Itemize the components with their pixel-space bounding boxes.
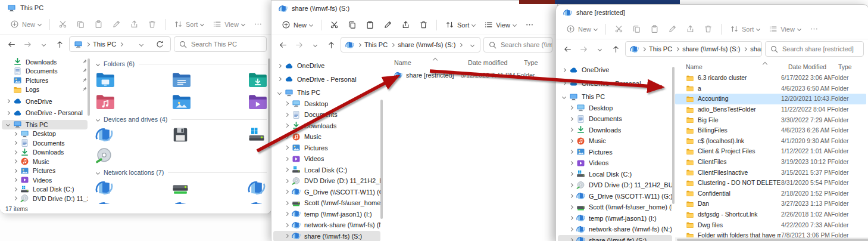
breadcrumb[interactable]: This PCshare (\\mwf-fs) (S:)share [restr… xyxy=(625,41,762,57)
sort-button[interactable]: Sort xyxy=(441,18,479,32)
file-row[interactable]: BillingFiles4/6/2023 6:26 AMFolder xyxy=(675,125,866,136)
cut-button[interactable] xyxy=(610,22,627,36)
drive-tile[interactable] xyxy=(248,200,271,204)
breadcrumb[interactable]: This PC xyxy=(69,36,171,52)
tree-item[interactable]: DVD Drive (D:) 11_21H2_BUSINESS_VOL_x64F… xyxy=(2,194,88,203)
tree-item[interactable]: Scott (\\mwf-fs\user_home) (H:) xyxy=(558,202,672,213)
drive-tile[interactable] xyxy=(171,179,248,197)
delete-button[interactable] xyxy=(143,17,161,31)
tree-item[interactable]: Videos xyxy=(2,175,88,185)
file-row[interactable]: adio_BensTestFolder11/22/2022 8:04 PMFol… xyxy=(675,104,866,115)
window-titlebar[interactable]: This PC xyxy=(0,0,271,14)
folder-tile[interactable] xyxy=(171,92,248,112)
tree-item-quick[interactable]: Documents xyxy=(2,67,88,76)
back-button[interactable] xyxy=(276,38,289,51)
content-scrollbar[interactable] xyxy=(268,58,270,148)
tree-item-quick[interactable]: Logs xyxy=(2,85,88,95)
folder-tile[interactable] xyxy=(95,92,171,112)
see-more-button[interactable] xyxy=(805,22,823,36)
address-dropdown-button[interactable] xyxy=(466,38,479,51)
drive-tile[interactable] xyxy=(248,179,271,197)
drive-tile[interactable] xyxy=(95,200,171,204)
tree-item[interactable]: Desktop xyxy=(558,103,672,114)
tree-item[interactable]: network-share (\\mwf-fs) (N:) xyxy=(558,224,672,235)
tree-item[interactable]: OneDrive xyxy=(558,64,672,76)
tree-item[interactable]: Videos xyxy=(558,157,672,169)
tree-item[interactable]: OneDrive - Personal xyxy=(558,78,672,89)
tree-item[interactable]: temp (\\mwf-jason1) (I:) xyxy=(273,209,380,220)
share-button[interactable] xyxy=(682,22,699,36)
folder-tile[interactable] xyxy=(95,70,171,89)
column-header-name[interactable]: Name xyxy=(686,64,788,70)
tree-item[interactable]: G_Drive (\\SCOTT-W11) (G:) xyxy=(2,203,88,205)
tree-item[interactable]: Local Disk (C:) xyxy=(273,165,380,176)
sidebar-scrollbar[interactable] xyxy=(380,100,383,219)
recent-locations-button[interactable] xyxy=(308,38,321,51)
tree-item[interactable]: Documents xyxy=(273,109,380,120)
recent-locations-button[interactable] xyxy=(37,38,50,51)
breadcrumb-item[interactable]: share [restricted] xyxy=(750,45,762,52)
drive-tile[interactable] xyxy=(95,147,171,165)
tree-item[interactable]: DVD Drive (D:) 11_21H2_BUSINESS_VOL_x64F… xyxy=(273,175,380,187)
delete-button[interactable] xyxy=(700,22,717,36)
tree-item[interactable]: G_Drive (\\SCOTT-W11) (G:) xyxy=(273,187,380,198)
tree-item[interactable]: G_Drive (\\SCOTT-W11) (G:) xyxy=(558,191,672,202)
tree-item[interactable]: Desktop xyxy=(2,129,88,139)
drive-tile[interactable] xyxy=(95,126,171,144)
drive-tile[interactable] xyxy=(95,179,171,197)
up-button[interactable] xyxy=(609,42,622,55)
tree-item[interactable]: Pictures xyxy=(2,166,88,176)
tree-item[interactable]: Downloads xyxy=(273,120,380,132)
view-button[interactable]: View xyxy=(764,22,805,36)
view-button[interactable]: View xyxy=(208,17,249,31)
column-header-date[interactable]: Date Modified xyxy=(788,64,838,70)
folder-tile[interactable] xyxy=(171,70,248,89)
forward-button[interactable] xyxy=(292,38,305,51)
file-row[interactable]: c$ (localhost).lnk4/1/2020 9:30 AMFolder xyxy=(675,136,866,147)
horizontal-scrollbar-thumb[interactable] xyxy=(677,239,868,241)
tree-item[interactable]: OneDrive - Personal xyxy=(2,109,88,118)
file-row[interactable]: share [restricted]5/12/2023 7:41 PMFolde… xyxy=(383,69,555,82)
forward-button[interactable] xyxy=(21,38,34,51)
share-button[interactable] xyxy=(126,17,143,31)
copy-button[interactable] xyxy=(344,18,361,32)
sort-button[interactable]: Sort xyxy=(170,17,208,31)
breadcrumb-item[interactable]: share (\\mwf-fs) (S:) xyxy=(398,41,455,48)
paste-button[interactable] xyxy=(361,18,379,32)
paste-button[interactable] xyxy=(90,17,107,31)
share-button[interactable] xyxy=(397,18,414,32)
group-header[interactable]: Network locations (7) xyxy=(96,169,267,176)
cut-button[interactable] xyxy=(326,18,343,32)
tree-item[interactable]: network-share (\\mwf-fs) (N:) xyxy=(273,220,380,231)
file-row[interactable]: Dwg files4/22/2020 7:33 AMFolder xyxy=(675,220,866,230)
drive-tile[interactable] xyxy=(171,200,248,204)
window-titlebar[interactable]: share (\\mwf-fs) (S:) xyxy=(271,1,557,15)
file-row[interactable]: a4/6/2023 6:50 AMFolder xyxy=(675,84,866,94)
see-more-button[interactable] xyxy=(249,17,267,31)
window-titlebar[interactable]: share [restricted] xyxy=(556,5,868,19)
tree-item[interactable]: Documents xyxy=(2,138,88,148)
tree-item-quick[interactable]: Pictures xyxy=(2,76,88,85)
tree-item[interactable]: Desktop xyxy=(273,98,380,110)
recent-locations-button[interactable] xyxy=(593,42,606,55)
new-button[interactable]: New xyxy=(277,18,317,32)
tree-item[interactable]: Music xyxy=(273,131,380,143)
file-row[interactable]: dsfgsdg - Shortcut.lnk2/26/2018 1:02 AMF… xyxy=(675,209,866,220)
delete-button[interactable] xyxy=(415,18,432,32)
breadcrumb-item[interactable]: share (\\mwf-fs) (S:) xyxy=(682,45,740,52)
rename-button[interactable] xyxy=(379,18,396,32)
view-button[interactable]: View xyxy=(480,18,520,32)
tree-item[interactable]: OneDrive xyxy=(273,60,380,72)
tree-item[interactable]: Videos xyxy=(273,153,380,165)
copy-button[interactable] xyxy=(628,22,645,36)
file-row[interactable]: Clustering - DO NOT DELETE - scott5 & sc… xyxy=(675,178,866,189)
sidebar-scrollbar[interactable] xyxy=(672,67,675,204)
tree-item-quick[interactable]: Downloads xyxy=(2,57,88,67)
address-dropdown-button[interactable] xyxy=(135,38,148,51)
file-row[interactable]: Accounting12/20/2021 10:43 AMFolder xyxy=(675,94,866,104)
tree-item[interactable]: Local Disk (C:) xyxy=(2,185,88,194)
tree-item[interactable]: share (\\mwf-fs) (S:) xyxy=(273,231,380,241)
tree-item[interactable]: Downloads xyxy=(558,125,672,136)
file-row[interactable]: ClientFiles3/19/2023 10:12 PMFolder xyxy=(675,157,866,168)
tree-item[interactable]: share (\\mwf-fs) (S:) xyxy=(558,235,672,241)
